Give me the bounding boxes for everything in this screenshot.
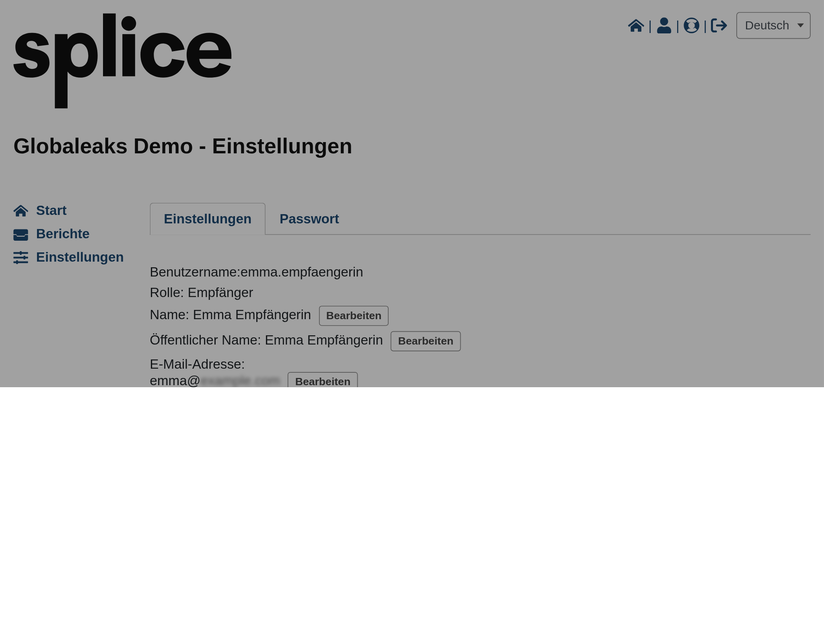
name-value: Emma Empfängerin	[193, 307, 311, 322]
public-name-value: Emma Empfängerin	[265, 332, 383, 347]
language-select-top[interactable]: Deutsch	[736, 12, 811, 39]
svg-rect-1	[122, 34, 135, 76]
home-icon	[628, 17, 645, 33]
svg-rect-0	[103, 13, 116, 76]
field-username: Benutzername:emma.empfaengerin	[150, 264, 810, 280]
field-email: E-Mail-Adresse: emma@example.com Bearbei…	[150, 357, 810, 387]
tabs: Einstellungen Passwort	[150, 203, 810, 235]
home-link[interactable]	[628, 17, 645, 33]
inbox-icon	[13, 227, 28, 242]
email-label: E-Mail-Adresse:	[150, 357, 245, 372]
home-icon	[13, 203, 28, 218]
public-name-label: Öffentlicher Name:	[150, 332, 261, 347]
sidebar-item-start[interactable]: Start	[13, 203, 150, 218]
svg-point-2	[122, 16, 136, 31]
tab-settings[interactable]: Einstellungen	[150, 203, 266, 235]
sidebar-item-settings[interactable]: Einstellungen	[13, 250, 150, 265]
sliders-icon	[13, 250, 28, 265]
life-ring-icon	[684, 17, 700, 33]
logout-link[interactable]	[711, 17, 727, 33]
username-label: Benutzername:	[150, 264, 240, 279]
field-public-name: Öffentlicher Name: Emma Empfängerin Bear…	[150, 331, 810, 351]
field-role: Rolle: Empfänger	[150, 285, 810, 300]
sidebar-item-label: Einstellungen	[36, 250, 124, 265]
page-title: Globaleaks Demo - Einstellungen	[13, 134, 810, 159]
sidebar: Start Berichte Einstellungen	[13, 203, 150, 387]
edit-name-button[interactable]: Bearbeiten	[319, 306, 389, 326]
sidebar-item-label: Start	[36, 203, 67, 218]
sidebar-item-label: Berichte	[36, 226, 90, 242]
email-value: emma@	[150, 374, 200, 387]
edit-email-button[interactable]: Bearbeiten	[288, 372, 358, 387]
edit-public-name-button[interactable]: Bearbeiten	[391, 331, 461, 351]
role-value: Empfänger	[188, 285, 253, 300]
profile-link[interactable]	[656, 17, 672, 33]
field-name: Name: Emma Empfängerin Bearbeiten	[150, 306, 810, 326]
sidebar-item-reports[interactable]: Berichte	[13, 226, 150, 242]
tab-password[interactable]: Passwort	[266, 203, 353, 235]
sign-out-icon	[711, 17, 727, 33]
email-redacted: example.com	[200, 374, 280, 387]
username-value: emma.empfaengerin	[241, 264, 363, 279]
support-link[interactable]	[684, 17, 700, 33]
name-label: Name:	[150, 307, 189, 322]
user-icon	[656, 17, 672, 33]
top-nav: | | | Deutsch	[628, 12, 811, 39]
role-label: Rolle:	[150, 285, 184, 300]
